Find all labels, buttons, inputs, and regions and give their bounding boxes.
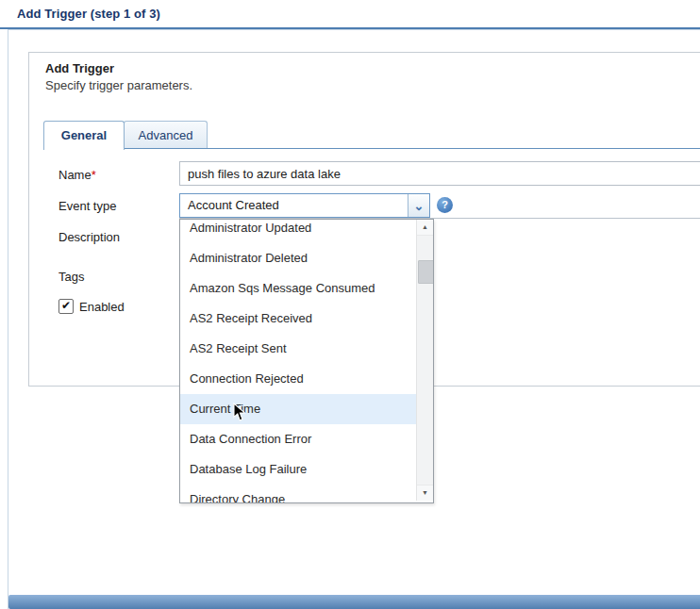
dropdown-item[interactable]: Administrator Updated: [180, 219, 417, 243]
dropdown-item[interactable]: Amazon Sqs Message Consumed: [180, 273, 417, 304]
dropdown-item[interactable]: AS2 Receipt Sent: [180, 334, 417, 364]
name-input[interactable]: [179, 161, 700, 186]
page-title: Add Trigger (step 1 of 3): [17, 7, 160, 21]
description-label: Description: [58, 230, 120, 244]
tab-advanced[interactable]: Advanced: [124, 121, 208, 149]
dropdown-item[interactable]: AS2 Receipt Received: [180, 304, 417, 334]
scrollbar-thumb[interactable]: [418, 260, 434, 284]
dropdown-items: Administrator Updated Administrator Dele…: [180, 219, 417, 503]
enabled-label: Enabled: [79, 300, 125, 314]
dropdown-item[interactable]: Directory Change: [180, 485, 417, 503]
event-type-selected-value: Account Created: [180, 194, 408, 217]
chevron-down-icon[interactable]: ⌄: [408, 194, 429, 217]
event-type-label: Event type: [58, 199, 116, 213]
name-label: Name*: [58, 168, 96, 182]
dropdown-item[interactable]: Data Connection Error: [180, 424, 417, 454]
dropdown-item[interactable]: Database Log Failure: [180, 454, 417, 485]
dropdown-item-highlighted[interactable]: Current Time: [180, 394, 417, 424]
required-asterisk: *: [92, 168, 96, 182]
tags-label: Tags: [58, 270, 84, 284]
tab-strip-divider: [43, 148, 700, 149]
help-icon[interactable]: ?: [437, 197, 453, 213]
event-type-dropdown-list: Administrator Updated Administrator Dele…: [179, 219, 434, 503]
step-subheading: Specify trigger parameters.: [45, 78, 192, 92]
event-type-combobox[interactable]: Account Created ⌄: [179, 193, 430, 218]
enabled-checkbox[interactable]: ✔: [58, 299, 74, 314]
dropdown-item[interactable]: Connection Rejected: [180, 364, 417, 394]
add-trigger-dialog: Add Trigger (step 1 of 3) Add Trigger Sp…: [0, 0, 700, 609]
dropdown-scrollbar[interactable]: ▲ ▼: [416, 220, 433, 501]
scroll-down-icon[interactable]: ▼: [417, 485, 433, 501]
mouse-cursor-icon: [233, 403, 246, 425]
tab-general[interactable]: General: [43, 121, 125, 150]
scroll-up-icon[interactable]: ▲: [417, 220, 433, 236]
dropdown-item[interactable]: Administrator Deleted: [180, 243, 417, 273]
step-heading: Add Trigger: [45, 61, 114, 75]
footer-bar: [8, 595, 700, 609]
